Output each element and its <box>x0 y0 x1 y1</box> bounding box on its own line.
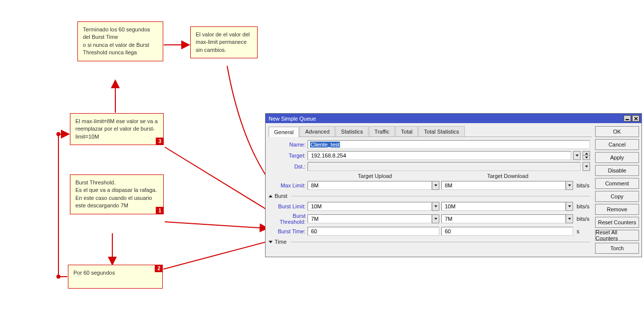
chevron-down-icon <box>585 157 588 159</box>
note-badge: 3 <box>156 138 164 145</box>
target-input[interactable] <box>310 152 569 159</box>
section-burst[interactable]: Burst <box>269 193 590 199</box>
tab-label: Total <box>401 129 412 135</box>
svg-point-6 <box>56 275 60 279</box>
note-burst-time-end: Terminado los 60 segundos del Burst Time… <box>77 21 163 61</box>
target-stepper[interactable] <box>583 151 590 160</box>
note-max-limit-unchanged: El valor de el valor del max-limit perma… <box>190 26 258 58</box>
note-text: El max-limit=8M ese valor se va a reempl… <box>75 118 158 140</box>
max-limit-download-input[interactable] <box>444 182 563 189</box>
max-limit-upload-dropdown[interactable] <box>432 181 439 190</box>
target-dropdown-button[interactable] <box>573 151 581 160</box>
burst-time-download-field[interactable] <box>441 227 573 236</box>
max-limit-upload-field[interactable] <box>308 181 432 190</box>
remove-button[interactable]: Remove <box>595 204 639 215</box>
max-limit-download-field[interactable] <box>441 181 566 190</box>
target-label: Target: <box>269 153 306 159</box>
note-text: Por 60 segundos <box>73 270 115 276</box>
burst-limit-label: Burst Limit: <box>269 203 306 209</box>
burst-limit-download-input[interactable] <box>444 203 563 210</box>
header-download: Target Download <box>442 173 573 179</box>
chevron-down-icon <box>585 165 588 167</box>
dst-label: Dst.: <box>269 163 306 169</box>
name-label: Name: <box>269 142 306 148</box>
titlebar[interactable]: New Simple Queue <box>266 114 642 123</box>
tab-total[interactable]: Total <box>395 126 418 137</box>
burst-time-upload-input[interactable] <box>310 228 437 235</box>
tab-traffic[interactable]: Traffic <box>369 126 395 137</box>
side-buttons: OK Cancel Apply Disable Comment Copy Rem… <box>595 126 639 254</box>
burst-time-download-input[interactable] <box>444 228 571 235</box>
reset-counters-button[interactable]: Reset Counters <box>595 217 639 228</box>
burst-threshold-upload-dropdown[interactable] <box>432 214 439 223</box>
target-field[interactable] <box>308 151 571 160</box>
column-headers: Target Upload Target Download <box>269 173 590 179</box>
burst-threshold-download-input[interactable] <box>444 215 563 222</box>
section-burst-label: Burst <box>275 193 288 199</box>
note-burst-threshold: Burst Threshold. Es el que va a dispasar… <box>70 174 164 214</box>
header-upload: Target Upload <box>310 173 440 179</box>
section-time[interactable]: Time <box>269 239 590 245</box>
name-field[interactable]: Cliente_test <box>308 140 590 149</box>
burst-threshold-upload-input[interactable] <box>310 215 429 222</box>
disable-button[interactable]: Disable <box>595 165 639 176</box>
button-label: Apply <box>610 155 624 161</box>
tab-total-statistics[interactable]: Total Statistics <box>418 126 464 137</box>
note-max-to-burst-limit: El max-limit=8M ese valor se va a reempl… <box>70 113 164 145</box>
dst-field[interactable] <box>308 162 581 171</box>
section-time-label: Time <box>275 239 287 245</box>
burst-limit-upload-dropdown[interactable] <box>432 202 439 211</box>
chevron-down-icon <box>568 205 571 207</box>
chevron-down-icon <box>434 218 437 220</box>
burst-threshold-upload-field[interactable] <box>308 214 432 223</box>
chevron-down-icon <box>568 184 571 186</box>
comment-button[interactable]: Comment <box>595 178 639 189</box>
max-limit-upload-input[interactable] <box>310 182 429 189</box>
window-title: New Simple Queue <box>269 116 623 122</box>
minimize-button[interactable] <box>624 115 631 122</box>
tab-statistics[interactable]: Statistics <box>335 126 368 137</box>
name-value-selected: Cliente_test <box>310 142 340 148</box>
reset-all-counters-button[interactable]: Reset All Counters <box>595 230 639 241</box>
burst-limit-upload-input[interactable] <box>310 203 429 210</box>
section-caret-up-icon <box>269 195 273 197</box>
tab-advanced[interactable]: Advanced <box>300 126 335 137</box>
dst-expand-button[interactable] <box>583 162 590 171</box>
svg-rect-11 <box>626 119 629 120</box>
button-label: Comment <box>605 180 629 186</box>
note-badge: 2 <box>155 265 163 272</box>
units-bits: bits/s <box>575 216 590 222</box>
row-burst-limit: Burst Limit: bits/s <box>269 202 590 211</box>
step-up[interactable] <box>583 151 590 156</box>
max-limit-download-dropdown[interactable] <box>566 181 573 190</box>
burst-limit-download-field[interactable] <box>441 202 566 211</box>
units-bits: bits/s <box>575 182 590 188</box>
row-burst-time: Burst Time: s <box>269 227 590 236</box>
tab-general[interactable]: General <box>269 127 299 137</box>
chevron-down-icon <box>434 184 437 186</box>
cancel-button[interactable]: Cancel <box>595 139 639 150</box>
burst-limit-download-dropdown[interactable] <box>566 202 573 211</box>
apply-button[interactable]: Apply <box>595 152 639 163</box>
burst-time-label: Burst Time: <box>269 228 306 234</box>
chevron-up-icon <box>585 153 588 155</box>
section-caret-down-icon <box>269 241 273 243</box>
max-limit-label: Max Limit: <box>269 182 306 188</box>
burst-threshold-label: Burst Threshold: <box>269 213 306 225</box>
torch-button[interactable]: Torch <box>595 243 639 254</box>
step-down[interactable] <box>583 156 590 160</box>
burst-threshold-download-dropdown[interactable] <box>566 214 573 223</box>
tab-label: Advanced <box>305 129 329 135</box>
row-target: Target: <box>269 151 590 160</box>
burst-time-upload-field[interactable] <box>308 227 439 236</box>
units-bits: bits/s <box>575 203 590 209</box>
button-label: Torch <box>611 245 624 251</box>
copy-button[interactable]: Copy <box>595 191 639 202</box>
tab-label: General <box>274 129 294 135</box>
close-button[interactable] <box>632 115 640 122</box>
note-60-seconds: Por 60 segundos 2 <box>68 265 163 289</box>
burst-threshold-download-field[interactable] <box>441 214 566 223</box>
chevron-down-icon <box>568 218 571 220</box>
burst-limit-upload-field[interactable] <box>308 202 432 211</box>
ok-button[interactable]: OK <box>595 126 639 137</box>
